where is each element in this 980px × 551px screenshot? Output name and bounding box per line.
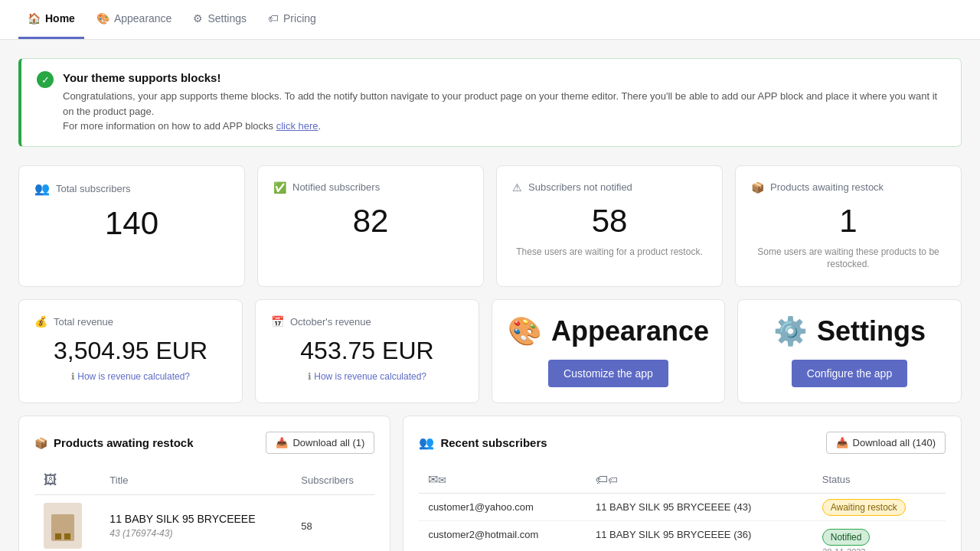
revenue-october-card: October's revenue 453.75 EUR How is reve…	[255, 299, 479, 403]
subscribers-panel-title: Recent subscribers	[419, 435, 547, 450]
image-col-icon	[44, 475, 57, 487]
total-subscribers-value: 140	[34, 205, 229, 242]
info-icon-total	[71, 371, 75, 382]
alert-check-icon: ✓	[37, 71, 54, 88]
appearance-promo-card: 🎨 Appearance Customize the app	[492, 299, 725, 403]
subscriber-status-cell: Notified28-11-2022	[813, 521, 946, 551]
subscribers-download-button[interactable]: Download all (140)	[826, 432, 946, 454]
revenue-total-card: Total revenue 3,504.95 EUR How is revenu…	[18, 299, 243, 403]
not-notified-label: Subscribers not notified	[528, 181, 632, 193]
alert-title: Your theme supports blocks!	[63, 71, 946, 84]
download-icon-subscribers	[836, 437, 848, 448]
products-table: Title Subscribers 11 BABY SILK 95 BRYCEE…	[34, 466, 374, 551]
nav-appearance[interactable]: Appearance	[87, 0, 181, 39]
product-image-cell	[34, 495, 100, 551]
home-icon	[28, 12, 41, 24]
alert-click-here-link[interactable]: click here	[276, 120, 318, 132]
status-badge: Awaiting restock	[822, 499, 906, 516]
second-row: Total revenue 3,504.95 EUR How is revenu…	[18, 299, 962, 403]
settings-icon	[193, 12, 203, 24]
table-row: customer1@yahoo.com 11 BABY SILK 95 BRYC…	[419, 494, 946, 521]
total-subscribers-icon	[34, 181, 50, 196]
product-info-cell: 11 BABY SILK 95 BRYCEEEE 43 (176974-43)	[100, 495, 292, 551]
stat-not-notified: Subscribers not notified 58 These users …	[496, 165, 723, 288]
gear-icon: ⚙️	[773, 315, 808, 347]
sub-col-product: 🏷	[586, 466, 813, 494]
subscriber-product-cell: 11 BABY SILK 95 BRYCEEEE (43)	[586, 494, 813, 521]
appearance-icon	[96, 12, 109, 24]
products-col-image	[34, 466, 100, 495]
products-col-subscribers: Subscribers	[292, 466, 374, 495]
stat-awaiting-restock: Products awaiting restock 1 Some users a…	[735, 165, 962, 288]
not-notified-value: 58	[512, 203, 707, 240]
total-revenue-icon	[34, 315, 47, 328]
status-badge: Notified	[822, 529, 871, 546]
alert-text-main: Congratulations, your app supports theme…	[63, 90, 937, 117]
october-revenue-help-text: How is revenue calculated?	[314, 371, 426, 382]
october-revenue-icon	[271, 315, 284, 328]
not-notified-icon	[512, 181, 522, 194]
product-subscriber-count: 58	[301, 520, 312, 532]
subscribers-panel-icon	[419, 435, 434, 450]
products-panel-header: Products awating restock Download all (1…	[34, 432, 374, 454]
notified-subscribers-label: Notified subscribers	[292, 181, 380, 193]
awaiting-restock-icon	[751, 181, 764, 194]
sub-col-status: Status	[813, 466, 946, 494]
october-revenue-help[interactable]: How is revenue calculated?	[271, 371, 463, 382]
nav-settings-label: Settings	[207, 12, 247, 24]
product-name: 11 BABY SILK 95 BRYCEEEE	[109, 513, 283, 525]
download-icon-products	[276, 437, 288, 448]
alert-period: .	[318, 120, 322, 132]
settings-promo-card: ⚙️ Settings Configure the app	[737, 299, 962, 403]
notified-date: 28-11-2022	[822, 547, 936, 551]
table-row: 11 BABY SILK 95 BRYCEEEE 43 (176974-43) …	[34, 495, 374, 551]
stat-total-subscribers: Total subscribers 140	[18, 165, 245, 288]
subscribers-panel-title-text: Recent subscribers	[440, 436, 547, 449]
subscribers-panel-header: Recent subscribers Download all (140)	[419, 432, 946, 454]
alert-body: Congratulations, your app supports theme…	[63, 89, 946, 134]
pricing-icon	[268, 12, 279, 24]
info-icon-october	[308, 371, 312, 382]
svg-rect-2	[55, 533, 61, 540]
bottom-row: Products awating restock Download all (1…	[18, 416, 962, 551]
products-download-label: Download all (1)	[292, 437, 364, 448]
palette-icon: 🎨	[508, 315, 542, 347]
products-panel-icon	[34, 436, 47, 449]
awaiting-restock-desc: Some users are waiting these products to…	[751, 246, 946, 272]
product-subscribers-cell: 58	[292, 495, 374, 551]
subscriber-product-cell: 11 BABY SILK 95 BRYCEEEE (36)	[586, 521, 813, 551]
total-revenue-value: 3,504.95 EUR	[34, 337, 227, 365]
total-revenue-help-text: How is revenue calculated?	[77, 371, 190, 382]
configure-app-button[interactable]: Configure the app	[792, 360, 907, 387]
products-panel: Products awating restock Download all (1…	[18, 416, 390, 551]
notified-subscribers-value: 82	[273, 203, 468, 240]
product-sku: 43 (176974-43)	[109, 528, 283, 539]
awaiting-restock-label: Products awaiting restock	[770, 181, 884, 193]
settings-card-title: ⚙️ Settings	[773, 315, 926, 347]
customize-app-button[interactable]: Customize the app	[548, 360, 668, 387]
products-download-button[interactable]: Download all (1)	[266, 432, 374, 454]
email-col-icon: ✉	[428, 474, 446, 486]
table-row: customer2@hotmail.com 11 BABY SILK 95 BR…	[419, 521, 946, 551]
top-nav: Home Appearance Settings Pricing	[0, 0, 980, 40]
subscriber-email-cell: customer2@hotmail.com	[419, 521, 586, 551]
subscriber-email-cell: customer1@yahoo.com	[419, 494, 586, 521]
total-revenue-help[interactable]: How is revenue calculated?	[34, 371, 227, 382]
october-revenue-value: 453.75 EUR	[271, 337, 463, 365]
october-revenue-label: October's revenue	[290, 316, 371, 328]
nav-home[interactable]: Home	[18, 0, 84, 39]
subscribers-table: ✉ 🏷 Status customer1@yahoo.com 11 BABY S…	[419, 466, 946, 551]
products-col-title: Title	[100, 466, 292, 495]
products-panel-title: Products awating restock	[34, 436, 194, 449]
subscribers-panel: Recent subscribers Download all (140) ✉ …	[403, 416, 962, 551]
total-revenue-label: Total revenue	[54, 316, 113, 328]
nav-pricing-label: Pricing	[283, 12, 316, 24]
subscribers-download-label: Download all (140)	[853, 437, 936, 448]
nav-pricing[interactable]: Pricing	[259, 0, 325, 39]
nav-appearance-label: Appearance	[114, 12, 172, 24]
nav-settings[interactable]: Settings	[184, 0, 256, 39]
nav-home-label: Home	[45, 12, 75, 24]
theme-alert: ✓ Your theme supports blocks! Congratula…	[18, 58, 962, 147]
alert-text-secondary: For more information on how to add APP b…	[63, 120, 276, 132]
appearance-card-title-text: Appearance	[551, 315, 709, 347]
